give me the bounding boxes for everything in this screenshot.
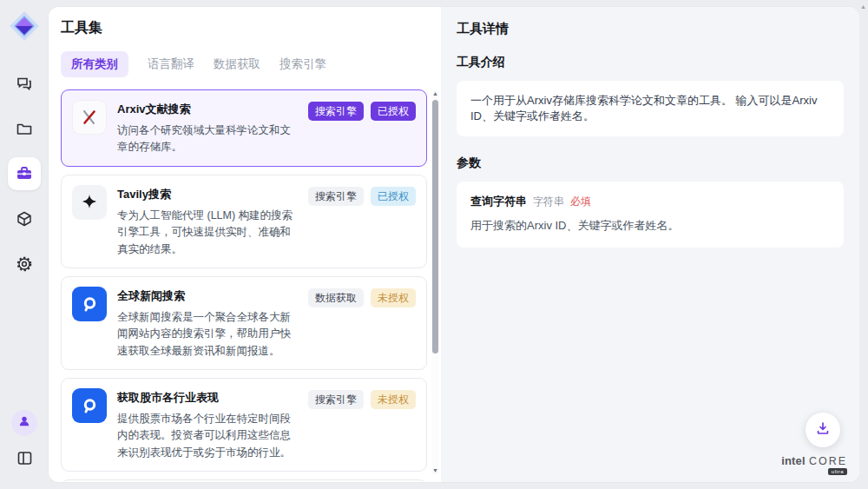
tool-card[interactable]: Arxiv文献搜索 访问各个研究领域大量科学论文和文章的存储库。 搜索引擎 已授… — [61, 89, 427, 167]
tab-数据获取[interactable]: 数据获取 — [214, 51, 260, 77]
scroll-up-icon[interactable]: ▲ — [432, 89, 438, 98]
intel-ultra-badge: ultra — [828, 468, 847, 475]
param-name: 查询字符串 — [470, 194, 527, 209]
status-badge: 未授权 — [371, 288, 416, 307]
scroll-down-icon[interactable]: ▼ — [432, 466, 438, 475]
download-button[interactable] — [806, 413, 840, 447]
gear-icon — [16, 255, 33, 273]
status-badge: 已授权 — [371, 187, 416, 206]
folder-icon — [16, 120, 33, 137]
user-avatar[interactable] — [11, 410, 37, 436]
sidebar — [0, 0, 49, 489]
toolbox-icon — [16, 165, 33, 182]
intel-wordmark: intel — [781, 454, 806, 467]
params-heading: 参数 — [457, 155, 844, 171]
tool-title: 全球新闻搜索 — [117, 288, 294, 304]
tab-语言翻译[interactable]: 语言翻译 — [148, 51, 194, 77]
param-type: 字符串 — [533, 195, 564, 209]
app-logo-icon — [9, 10, 40, 42]
tool-title: Tavily搜索 — [117, 187, 294, 202]
category-badge: 数据获取 — [308, 288, 364, 307]
arxiv-icon — [72, 100, 107, 135]
category-tabs: 所有类别语言翻译数据获取搜索引擎 — [61, 51, 441, 77]
status-badge: 已授权 — [371, 102, 416, 121]
panel-layout-icon — [16, 450, 33, 466]
tool-list-panel: 工具集 所有类别语言翻译数据获取搜索引擎 Arxiv文献搜索 访问各个研究领域大… — [49, 7, 441, 482]
main-container: 工具集 所有类别语言翻译数据获取搜索引擎 Arxiv文献搜索 访问各个研究领域大… — [49, 7, 859, 482]
scrollbar-thumb[interactable] — [432, 100, 438, 354]
intel-core-logo: intel CORE ultra — [781, 454, 847, 475]
chat-icon — [16, 75, 33, 92]
sidebar-item-files[interactable] — [8, 112, 41, 145]
intro-heading: 工具介绍 — [457, 55, 844, 70]
sidebar-item-tools[interactable] — [8, 157, 41, 190]
sidebar-item-packages[interactable] — [8, 202, 41, 235]
tab-搜索引擎[interactable]: 搜索引擎 — [279, 51, 326, 77]
core-wordmark: CORE — [809, 455, 847, 467]
category-badge: 搜索引擎 — [308, 390, 364, 409]
tool-desc: 提供股票市场各个行业在特定时间段内的表现。投资者可以利用这些信息来识别表现优于或… — [117, 411, 294, 461]
window-edge: ▲ — [859, 0, 868, 489]
tool-detail-panel: 工具详情 工具介绍 一个用于从Arxiv存储库搜索科学论文和文章的工具。 输入可… — [441, 7, 859, 482]
status-badge: 未授权 — [371, 390, 416, 409]
detail-title: 工具详情 — [457, 21, 844, 37]
param-required-badge: 必填 — [570, 195, 591, 209]
tool-card[interactable]: 获取市场最活跃股票信息 提供当天交易量最高的股票列表，投资者可以利用这些信息来识… — [61, 479, 427, 482]
tool-desc: 全球新闻搜索是一个聚合全球各大新闻网站内容的搜索引擎，帮助用户快速获取全球最新资… — [117, 309, 294, 360]
qblue-icon — [72, 287, 107, 321]
sidebar-item-settings[interactable] — [8, 248, 41, 281]
tool-card[interactable]: 全球新闻搜索 全球新闻搜索是一个聚合全球各大新闻网站内容的搜索引擎，帮助用户快速… — [61, 276, 427, 370]
app-root: 工具集 所有类别语言翻译数据获取搜索引擎 Arxiv文献搜索 访问各个研究领域大… — [0, 0, 868, 489]
tool-title: Arxiv文献搜索 — [117, 102, 294, 117]
category-badge: 搜索引擎 — [308, 102, 364, 121]
page-scroll-up-icon[interactable]: ▲ — [860, 3, 866, 10]
param-desc: 用于搜索的Arxiv ID、关键字或作者姓名。 — [470, 218, 830, 234]
qblue-icon — [72, 388, 107, 423]
tool-desc: 访问各个研究领域大量科学论文和文章的存储库。 — [117, 122, 294, 156]
star-icon — [72, 185, 107, 220]
sidebar-item-chat[interactable] — [8, 67, 41, 100]
page-title: 工具集 — [61, 19, 441, 37]
tool-list: Arxiv文献搜索 访问各个研究领域大量科学论文和文章的存储库。 搜索引擎 已授… — [61, 89, 441, 482]
tool-intro-text: 一个用于从Arxiv存储库搜索科学论文和文章的工具。 输入可以是Arxiv ID… — [457, 81, 844, 136]
param-card: 查询字符串 字符串 必填 用于搜索的Arxiv ID、关键字或作者姓名。 — [457, 182, 844, 248]
tool-card[interactable]: 获取股市各行业表现 提供股票市场各个行业在特定时间段内的表现。投资者可以利用这些… — [61, 378, 427, 472]
download-icon — [815, 420, 831, 439]
category-badge: 搜索引擎 — [308, 187, 364, 206]
tool-card[interactable]: Tavily搜索 专为人工智能代理 (LLM) 构建的搜索引擎工具，可快速提供实… — [61, 175, 427, 268]
cube-icon — [16, 210, 33, 228]
list-scrollbar[interactable]: ▲ ▼ — [431, 89, 439, 475]
tool-desc: 专为人工智能代理 (LLM) 构建的搜索引擎工具，可快速提供实时、准确和真实的结… — [117, 208, 294, 258]
tab-所有类别[interactable]: 所有类别 — [61, 51, 128, 77]
collapse-panel-button[interactable] — [8, 441, 41, 474]
tool-title: 获取股市各行业表现 — [117, 390, 294, 406]
user-icon — [17, 414, 31, 432]
